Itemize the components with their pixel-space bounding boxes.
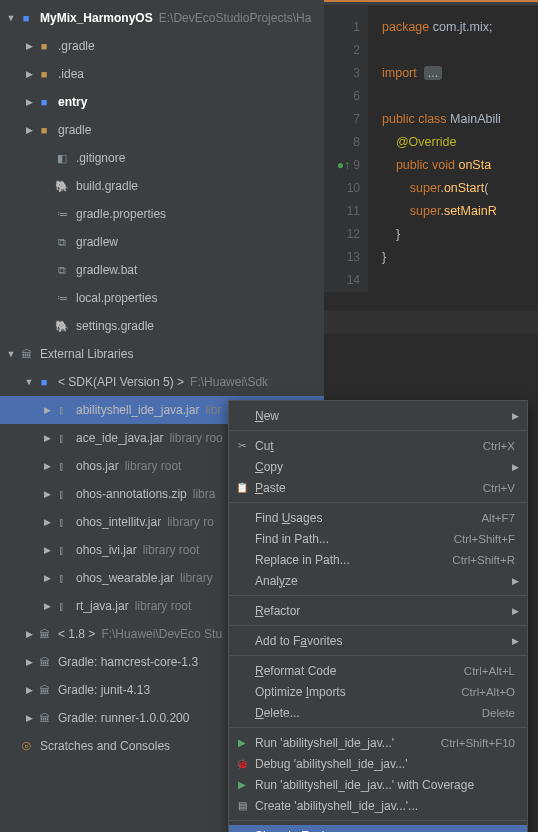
tree-node[interactable]: ≔local.properties [0, 284, 324, 312]
external-libraries-label: External Libraries [40, 347, 133, 361]
file-icon: ≔ [54, 290, 70, 306]
menu-item-add-to-favorites[interactable]: Add to Favorites▶ [229, 630, 527, 651]
tree-node[interactable]: 🐘settings.gradle [0, 312, 324, 340]
tree-node-label: local.properties [76, 291, 157, 305]
menu-item-shortcut: Ctrl+Alt+O [461, 686, 515, 698]
library-icon: 🏛 [18, 346, 34, 362]
jar-label: ohos-annotations.zip [76, 487, 187, 501]
menu-item-paste[interactable]: 📋PasteCtrl+V [229, 477, 527, 498]
menu-item-find-in-path[interactable]: Find in Path...Ctrl+Shift+F [229, 528, 527, 549]
library-icon: 🏛 [36, 682, 52, 698]
submenu-arrow-icon: ▶ [512, 576, 519, 586]
menu-item-shortcut: Ctrl+Alt+L [464, 665, 515, 677]
jar-suffix: library root [125, 459, 182, 473]
project-root-row[interactable]: ▼ ■ MyMix_HarmonyOS E:\DevEcoStudioProje… [0, 4, 324, 32]
jar-suffix: library roo [169, 431, 222, 445]
tree-node[interactable]: ▶■.gradle [0, 32, 324, 60]
menu-item-cut[interactable]: ✂CutCtrl+X [229, 435, 527, 456]
menu-item-show-in-explorer[interactable]: Show in Explorer [229, 825, 527, 832]
chevron-right-icon: ▶ [40, 433, 54, 443]
menu-item-run-abilityshell-ide-jav-with-coverage[interactable]: ▶Run 'abilityshell_ide_jav...' with Cove… [229, 774, 527, 795]
tree-node[interactable]: 🐘build.gradle [0, 172, 324, 200]
project-root-path: E:\DevEcoStudioProjects\Ha [159, 11, 312, 25]
gutter[interactable]: 123678●↑ 91011121314 [324, 6, 368, 292]
menu-item-label: Replace in Path... [255, 553, 350, 567]
menu-item-replace-in-path[interactable]: Replace in Path...Ctrl+Shift+R [229, 549, 527, 570]
menu-item-label: Refactor [255, 604, 300, 618]
chevron-icon: ▶ [22, 41, 36, 51]
sdk-label: < SDK(API Version 5) > [58, 375, 184, 389]
menu-item-label: Analyze [255, 574, 298, 588]
menu-item-optimize-imports[interactable]: Optimize ImportsCtrl+Alt+O [229, 681, 527, 702]
menu-item-analyze[interactable]: Analyze▶ [229, 570, 527, 591]
chevron-right-icon: ▶ [40, 601, 54, 611]
context-menu[interactable]: New▶✂CutCtrl+XCopy▶📋PasteCtrl+VFind Usag… [228, 400, 528, 832]
jar-icon: ⫿ [54, 598, 70, 614]
chevron-icon: ▶ [22, 125, 36, 135]
menu-item-label: Find in Path... [255, 532, 329, 546]
menu-item-create-abilityshell-ide-jav[interactable]: ▤Create 'abilityshell_ide_jav...'... [229, 795, 527, 816]
lib-label: Gradle: junit-4.13 [58, 683, 150, 697]
menu-separator [229, 595, 527, 596]
file-icon: ⧉ [54, 234, 70, 250]
tree-node[interactable]: ▶■gradle [0, 116, 324, 144]
chevron-down-icon: ▼ [22, 377, 36, 387]
jar-label: ohos_wearable.jar [76, 571, 174, 585]
chevron-icon: ▶ [22, 97, 36, 107]
external-libraries-row[interactable]: ▼ 🏛 External Libraries [0, 340, 324, 368]
menu-item-shortcut: Ctrl+X [483, 440, 515, 452]
tree-node[interactable]: ▶■entry [0, 88, 324, 116]
file-icon: ≔ [54, 206, 70, 222]
jar-label: ohos_intellitv.jar [76, 515, 161, 529]
menu-item-find-usages[interactable]: Find UsagesAlt+F7 [229, 507, 527, 528]
menu-item-debug-abilityshell-ide-jav[interactable]: 🐞Debug 'abilityshell_ide_jav...' [229, 753, 527, 774]
jar-label: ohos.jar [76, 459, 119, 473]
jar-suffix: library [180, 571, 213, 585]
lib-label: Gradle: hamcrest-core-1.3 [58, 655, 198, 669]
tree-node-label: .gradle [58, 39, 95, 53]
file-icon: ■ [36, 66, 52, 82]
menu-item-label: New [255, 409, 279, 423]
menu-separator [229, 820, 527, 821]
jar-icon: ⫿ [54, 486, 70, 502]
menu-item-icon: ▶ [235, 736, 249, 750]
sdk-row[interactable]: ▼ ■ < SDK(API Version 5) > F:\Huawei\Sdk [0, 368, 324, 396]
menu-separator [229, 625, 527, 626]
lib-path: F:\Huawei\DevEco Stu [101, 627, 222, 641]
menu-item-shortcut: Alt+F7 [481, 512, 515, 524]
menu-item-icon: ▶ [235, 778, 249, 792]
menu-item-run-abilityshell-ide-jav[interactable]: ▶Run 'abilityshell_ide_jav...'Ctrl+Shift… [229, 732, 527, 753]
tree-node[interactable]: ⧉gradlew [0, 228, 324, 256]
chevron-right-icon: ▶ [40, 489, 54, 499]
tree-node[interactable]: ▶■.idea [0, 60, 324, 88]
menu-item-copy[interactable]: Copy▶ [229, 456, 527, 477]
menu-item-label: Add to Favorites [255, 634, 342, 648]
menu-item-shortcut: Ctrl+Shift+R [452, 554, 515, 566]
chevron-down-icon: ▼ [4, 349, 18, 359]
menu-item-refactor[interactable]: Refactor▶ [229, 600, 527, 621]
tree-node-label: entry [58, 95, 87, 109]
menu-item-reformat-code[interactable]: Reformat CodeCtrl+Alt+L [229, 660, 527, 681]
lib-label: < 1.8 > [58, 627, 95, 641]
menu-item-icon: 📋 [235, 481, 249, 495]
tree-node-label: .idea [58, 67, 84, 81]
menu-item-label: Copy [255, 460, 283, 474]
jar-label: rt_java.jar [76, 599, 129, 613]
chevron-right-icon: ▶ [40, 573, 54, 583]
file-icon: 🐘 [54, 178, 70, 194]
sdk-icon: ■ [36, 374, 52, 390]
chevron-right-icon: ▶ [22, 685, 36, 695]
tree-node[interactable]: ◧.gitignore [0, 144, 324, 172]
menu-item-new[interactable]: New▶ [229, 405, 527, 426]
submenu-arrow-icon: ▶ [512, 462, 519, 472]
jar-suffix: library root [143, 543, 200, 557]
tree-node[interactable]: ≔gradle.properties [0, 200, 324, 228]
tree-node[interactable]: ⧉gradlew.bat [0, 256, 324, 284]
code-content[interactable]: package com.jt.mix; import ... public cl… [368, 6, 538, 292]
scratches-label: Scratches and Consoles [40, 739, 170, 753]
menu-item-icon: ✂ [235, 439, 249, 453]
menu-separator [229, 430, 527, 431]
menu-item-label: Debug 'abilityshell_ide_jav...' [255, 757, 407, 771]
file-icon: ◧ [54, 150, 70, 166]
menu-item-delete[interactable]: Delete...Delete [229, 702, 527, 723]
